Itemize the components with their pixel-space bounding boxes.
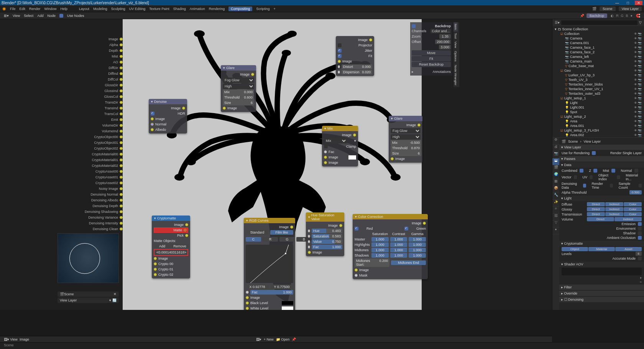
toolbar-select[interactable]: Select xyxy=(24,14,33,18)
outliner-item[interactable]: 📷Camera_face_2👁 📷 xyxy=(553,50,643,54)
scene-select[interactable]: 🎬 Scene✕ xyxy=(58,291,119,297)
output-cryptoasset00[interactable]: CryptoAsset00 xyxy=(95,168,123,174)
outliner-search[interactable] xyxy=(561,20,637,25)
outliner-icon[interactable]: ☰▾ xyxy=(555,21,560,25)
tab-modeling[interactable]: Modeling xyxy=(93,7,107,11)
section-cryptomatte[interactable]: ▾ Cryptomatte xyxy=(559,241,644,246)
tab-rendering[interactable]: Rendering xyxy=(209,7,225,11)
tab-uv[interactable]: UV Editing xyxy=(129,7,146,11)
outliner-item[interactable]: 💡Area.001👁 📷 xyxy=(553,123,643,128)
viewlayer-select[interactable]: View Layer▾ 🔄 xyxy=(58,298,119,303)
output-cryptomaterial01[interactable]: CryptoMaterial01 xyxy=(92,157,123,163)
outliner-item[interactable]: 📷Camera.001👁 📷 xyxy=(553,41,643,45)
output-alpha[interactable]: Alpha xyxy=(109,42,123,48)
output-diffcol[interactable]: DiffCol xyxy=(108,76,123,82)
output-glossind[interactable]: GlossInd xyxy=(104,88,123,94)
properties-tabs[interactable]: ⚙🖨📷⬓ 🎬🌍▦📦 🔧✨⚛⛓ ▽● xyxy=(552,138,559,310)
tab-compositing[interactable]: Compositing xyxy=(228,7,252,11)
output-cryptomaterial02[interactable]: CryptoMaterial02 xyxy=(92,163,123,168)
use-nodes-checkbox[interactable] xyxy=(59,14,63,18)
section-override[interactable]: ▸ Override xyxy=(559,291,644,296)
menu-file[interactable]: File xyxy=(10,7,16,11)
outliner-item[interactable]: ☑Light_setup_3_FLASH👁 📷 xyxy=(553,128,643,133)
menu-render[interactable]: Render xyxy=(29,7,41,11)
output-glosscol[interactable]: GlossCol xyxy=(104,94,123,99)
glare1-type[interactable]: Fog Glow xyxy=(223,77,254,83)
output-denoising-shadowing[interactable]: Denoising Shadowing xyxy=(85,209,123,214)
colorcorr-header[interactable]: ▾ Color Correction xyxy=(353,214,428,219)
output-noisy-image[interactable]: Noisy Image xyxy=(99,186,123,191)
output-denoising-depth[interactable]: Denoising Depth xyxy=(92,203,123,209)
snap-icon[interactable]: 🧲 xyxy=(636,14,640,18)
section-passes[interactable]: ▾ Passes xyxy=(559,156,644,161)
output-cryptoobject01[interactable]: CryptoObject01 xyxy=(94,140,123,145)
maximize-button[interactable]: □ xyxy=(624,1,632,5)
outliner-item[interactable]: ▽Cube_base_mat👁 📷 xyxy=(553,64,643,68)
output-transind[interactable]: TransInd xyxy=(105,105,123,111)
section-filter[interactable]: ▸ Filter xyxy=(559,285,644,290)
section-data[interactable]: ▾ Data xyxy=(559,162,644,168)
denoise-header[interactable]: ▾ Denoise xyxy=(149,99,187,104)
output-denoising-normal[interactable]: Denoising Normal xyxy=(90,191,123,197)
minimize-button[interactable]: — xyxy=(613,1,621,5)
crypto-value[interactable]: <0.000140311618> xyxy=(155,250,187,255)
outliner-item[interactable]: 💡Area.002👁 📷 xyxy=(553,133,643,137)
image-select[interactable]: 🖼▾ xyxy=(256,337,261,341)
glare-node-1[interactable]: ▾ Glare Image Fog Glow High Mix0.000 Thr… xyxy=(221,65,256,112)
pin-icon-2[interactable]: 📌 xyxy=(292,337,296,341)
render-layers-node[interactable]: ImageAlphaDepthMistAODiffDirDiffIndDiffC… xyxy=(58,19,123,232)
output-transdir[interactable]: TransDir xyxy=(105,99,123,105)
hsv-node[interactable]: ▾ Hue Saturation Value Image Hue0.483 Sa… xyxy=(306,212,344,256)
tab-texture[interactable]: Texture Paint xyxy=(149,7,169,11)
editor-type-icon-2[interactable]: 🖼▾ xyxy=(4,337,9,341)
n-panel-tabs[interactable]: Item Tool View Options Node Wrangler xyxy=(453,22,459,87)
output-denoising-albedo[interactable]: Denoising Albedo xyxy=(91,197,123,203)
filter-icon[interactable]: ▽ xyxy=(639,21,642,25)
tab-shading[interactable]: Shading xyxy=(173,7,186,11)
toolbar-view[interactable]: View xyxy=(13,14,20,18)
outliner-item[interactable]: 💡Light👁 📷 xyxy=(553,100,643,105)
outliner-item[interactable]: 📷Camera_main👁 📷 xyxy=(553,59,643,64)
outliner-item[interactable]: ▽Lurker_UV_hp_3👁 📷 xyxy=(553,73,643,77)
glare1-header[interactable]: ▾ Glare xyxy=(221,65,256,71)
close-button[interactable]: ✕ xyxy=(635,1,642,5)
section-shader-aov[interactable]: ▾ Shader AOV xyxy=(559,262,644,267)
toolbar-add[interactable]: Add xyxy=(37,14,43,18)
outliner-item[interactable]: 💡Area👁 📷 xyxy=(553,119,643,123)
rgb-curves-node[interactable]: ▾ RGB Curves Image StandardFilm like CRG… xyxy=(244,218,295,310)
tab-layout[interactable]: Layout xyxy=(79,7,89,11)
output-cryptomaterial00[interactable]: CryptoMaterial00 xyxy=(92,151,123,157)
outliner-item[interactable]: ▽Tentacles_outer_sd3👁 📷 xyxy=(553,91,643,96)
outliner-item[interactable]: 📷Camera👁 📷 xyxy=(553,36,643,41)
crypto-header[interactable]: ▾ Cryptomatte xyxy=(152,216,190,221)
outliner-item[interactable]: 💡Spot👁 📷 xyxy=(553,110,643,114)
outliner-item[interactable]: ▽Teeth_UV_3👁 📷 xyxy=(553,77,643,82)
output-cryptoobject02[interactable]: CryptoObject02 xyxy=(94,145,123,151)
editor-type-icon[interactable]: ⊞▾ xyxy=(4,14,9,18)
outliner-item[interactable]: ☑Light_setup_1👁 📷 xyxy=(553,96,643,100)
outliner-item[interactable]: 📷Camera_left👁 📷 xyxy=(553,54,643,59)
output-emit[interactable]: Emit xyxy=(111,117,123,122)
section-denoising[interactable]: ▸ ☐ Denoising xyxy=(559,297,644,302)
lens-distortion-node[interactable]: Image Projector Jitter Fit Image Distort… xyxy=(336,36,374,76)
output-cryptoobject00[interactable]: CryptoObject00 xyxy=(94,134,123,140)
mix-header[interactable]: ▾ Mix xyxy=(322,126,358,131)
mix-node[interactable]: ▾ Mix Image Mix ▾ Clamp Fac Image Image xyxy=(322,126,358,166)
outliner-item[interactable]: ▽Tentacles_inner_UV_1👁 📷 xyxy=(553,87,643,91)
output-denoising-clean[interactable]: Denoising Clean xyxy=(93,226,123,232)
glare2-header[interactable]: ▾ Glare xyxy=(389,116,422,121)
tab-sculpting[interactable]: Sculpting xyxy=(111,7,125,11)
output-volumedir[interactable]: VolumeDir xyxy=(102,122,123,128)
menu-window[interactable]: Window xyxy=(44,7,57,11)
section-viewlayer[interactable]: ▾ View Layer xyxy=(559,145,644,150)
output-diffdir[interactable]: DiffDir xyxy=(108,65,123,71)
denoise-node[interactable]: ▾ Denoise Image HDR Image Normal Albedo xyxy=(149,99,187,133)
output-denoising-intensity[interactable]: Denoising Intensity xyxy=(89,220,123,226)
outliner-item[interactable]: 💡Light.001👁 📷 xyxy=(553,105,643,110)
cryptomatte-node[interactable]: ▾ Cryptomatte Image Matte Pick Matte Obj… xyxy=(152,216,190,278)
output-cryptoasset02[interactable]: CryptoAsset02 xyxy=(95,180,123,186)
section-light[interactable]: ▾ Light xyxy=(559,196,644,201)
outliner-item[interactable]: 📷Camera_face_1👁 📷 xyxy=(553,45,643,50)
output-image[interactable]: Image xyxy=(108,36,123,42)
output-cryptoasset01[interactable]: CryptoAsset01 xyxy=(95,174,123,180)
